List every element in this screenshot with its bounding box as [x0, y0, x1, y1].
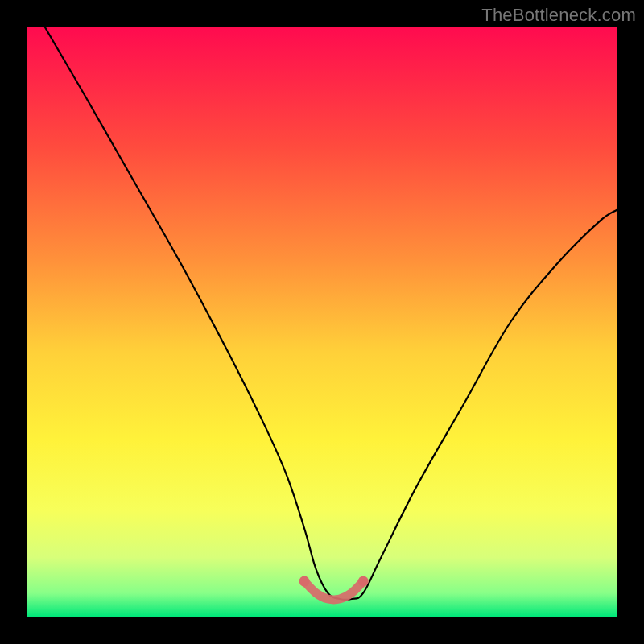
watermark-text: TheBottleneck.com	[481, 5, 636, 26]
plateau-end-dot	[299, 576, 310, 587]
gradient-background	[27, 27, 617, 617]
plot-frame	[27, 27, 617, 617]
plateau-end-dot	[358, 576, 369, 587]
plot-area	[27, 27, 617, 617]
chart-svg	[27, 27, 617, 617]
chart-container: TheBottleneck.com	[0, 0, 644, 644]
